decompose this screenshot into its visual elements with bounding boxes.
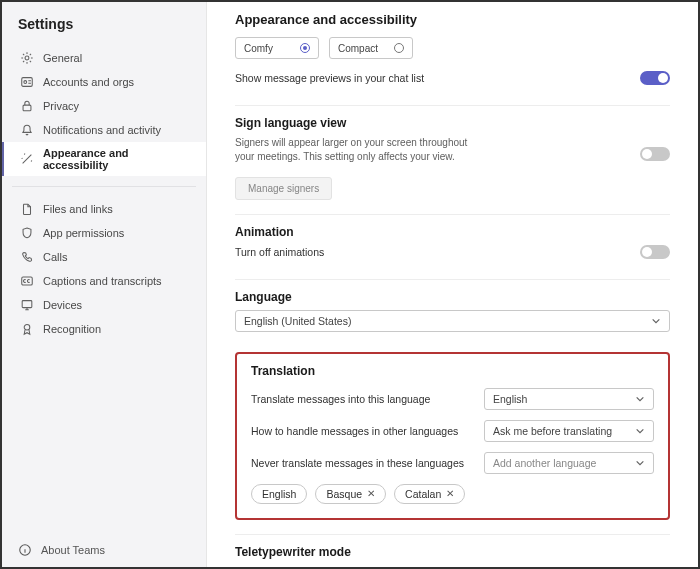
animation-row: Turn off animations [235, 245, 670, 259]
sidebar-item-accounts-and-orgs[interactable]: Accounts and orgs [2, 70, 206, 94]
sidebar-item-devices[interactable]: Devices [2, 293, 206, 317]
language-heading: Language [235, 290, 670, 304]
phone-icon [20, 250, 34, 264]
language-value: English (United States) [244, 315, 351, 327]
section-animation: Animation Turn off animations [235, 214, 670, 279]
lock-icon [20, 99, 34, 113]
chip-label: English [262, 488, 296, 500]
chevron-down-icon [635, 458, 645, 468]
tty-heading: Teletypewriter mode [235, 545, 670, 559]
sidebar-title: Settings [2, 12, 206, 42]
translation-exclude-select[interactable]: Add another language [484, 452, 654, 474]
chevron-down-icon [635, 426, 645, 436]
bell-icon [20, 123, 34, 137]
sidebar-item-label: Captions and transcripts [43, 275, 162, 287]
chevron-down-icon [635, 394, 645, 404]
section-tty: Teletypewriter mode Turn on TTY to use t… [235, 534, 670, 567]
svg-rect-5 [22, 301, 32, 308]
sidebar-item-notifications-and-activity[interactable]: Notifications and activity [2, 118, 206, 142]
chevron-down-icon [651, 316, 661, 326]
settings-sidebar: Settings GeneralAccounts and orgsPrivacy… [2, 2, 207, 567]
sign-language-row: Signers will appear larger on your scree… [235, 136, 670, 171]
close-icon[interactable]: ✕ [446, 489, 454, 499]
message-preview-toggle[interactable] [640, 71, 670, 85]
language-chip-basque: Basque✕ [315, 484, 386, 504]
sidebar-item-calls[interactable]: Calls [2, 245, 206, 269]
translation-target-select[interactable]: English [484, 388, 654, 410]
sign-language-toggle[interactable] [640, 147, 670, 161]
sidebar-item-captions-and-transcripts[interactable]: Captions and transcripts [2, 269, 206, 293]
svg-point-6 [24, 324, 30, 330]
sidebar-item-general[interactable]: General [2, 46, 206, 70]
sidebar-about-label: About Teams [41, 544, 105, 556]
message-preview-label: Show message previews in your chat list [235, 72, 626, 84]
sidebar-item-label: Privacy [43, 100, 79, 112]
animation-toggle[interactable] [640, 245, 670, 259]
file-icon [20, 202, 34, 216]
close-icon[interactable]: ✕ [367, 489, 375, 499]
section-language: Language English (United States) [235, 279, 670, 346]
section-density: Comfy Compact Show message previews in y… [235, 35, 670, 105]
manage-signers-button[interactable]: Manage signers [235, 177, 332, 200]
sidebar-item-label: Devices [43, 299, 82, 311]
ribbon-icon [20, 322, 34, 336]
density-options: Comfy Compact [235, 37, 670, 59]
sidebar-item-privacy[interactable]: Privacy [2, 94, 206, 118]
sidebar-item-app-permissions[interactable]: App permissions [2, 221, 206, 245]
settings-main: Appearance and accessibility Comfy Compa… [207, 2, 698, 567]
translation-handling-label: How to handle messages in other language… [251, 425, 470, 437]
tty-desc: Turn on TTY to use text to communicate o… [235, 565, 670, 567]
cc-icon [20, 274, 34, 288]
radio-unchecked-icon [394, 43, 404, 53]
sidebar-item-files-and-links[interactable]: Files and links [2, 197, 206, 221]
sidebar-item-label: General [43, 52, 82, 64]
section-translation-highlight: Translation Translate messages into this… [235, 352, 670, 520]
sidebar-item-label: Appearance and accessibility [43, 147, 190, 171]
sidebar-item-recognition[interactable]: Recognition [2, 317, 206, 341]
sidebar-about[interactable]: About Teams [2, 537, 206, 561]
sidebar-group-2: Files and linksApp permissionsCallsCapti… [2, 193, 206, 345]
translation-exclude-placeholder: Add another language [493, 457, 596, 469]
gear-icon [20, 51, 34, 65]
shield-icon [20, 226, 34, 240]
chip-label: Catalan [405, 488, 441, 500]
sign-language-heading: Sign language view [235, 116, 670, 130]
translation-handling-row: How to handle messages in other language… [251, 420, 654, 442]
sidebar-item-label: Recognition [43, 323, 101, 335]
org-icon [20, 75, 34, 89]
section-translation: Translation Translate messages into this… [251, 364, 654, 504]
language-chip-english: English [251, 484, 307, 504]
sidebar-group-1: GeneralAccounts and orgsPrivacyNotificat… [2, 42, 206, 180]
translation-exclude-label: Never translate messages in these langua… [251, 457, 470, 469]
settings-window: Settings GeneralAccounts and orgsPrivacy… [0, 0, 700, 569]
sign-language-desc: Signers will appear larger on your scree… [235, 136, 475, 163]
svg-rect-3 [23, 105, 31, 111]
svg-point-0 [25, 56, 29, 60]
message-preview-row: Show message previews in your chat list [235, 71, 670, 85]
sidebar-item-appearance-and-accessibility[interactable]: Appearance and accessibility [2, 142, 206, 176]
density-comfy-option[interactable]: Comfy [235, 37, 319, 59]
translation-exclude-row: Never translate messages in these langua… [251, 452, 654, 474]
translation-target-row: Translate messages into this language En… [251, 388, 654, 410]
svg-point-2 [24, 81, 27, 84]
language-chip-catalan: Catalan✕ [394, 484, 465, 504]
translation-heading: Translation [251, 364, 654, 378]
translation-exclude-chips: EnglishBasque✕Catalan✕ [251, 484, 654, 504]
density-compact-label: Compact [338, 43, 378, 54]
animation-label: Turn off animations [235, 246, 626, 258]
main-scroll[interactable]: Comfy Compact Show message previews in y… [207, 35, 698, 567]
translation-handling-value: Ask me before translating [493, 425, 612, 437]
sidebar-item-label: Accounts and orgs [43, 76, 134, 88]
density-compact-option[interactable]: Compact [329, 37, 413, 59]
sidebar-item-label: Calls [43, 251, 67, 263]
wand-icon [20, 152, 34, 166]
sidebar-item-label: Notifications and activity [43, 124, 161, 136]
translation-target-label: Translate messages into this language [251, 393, 470, 405]
sidebar-divider [12, 186, 196, 187]
translation-handling-select[interactable]: Ask me before translating [484, 420, 654, 442]
section-sign-language: Sign language view Signers will appear l… [235, 105, 670, 214]
animation-heading: Animation [235, 225, 670, 239]
page-title: Appearance and accessibility [207, 2, 698, 35]
language-select[interactable]: English (United States) [235, 310, 670, 332]
translation-target-value: English [493, 393, 527, 405]
